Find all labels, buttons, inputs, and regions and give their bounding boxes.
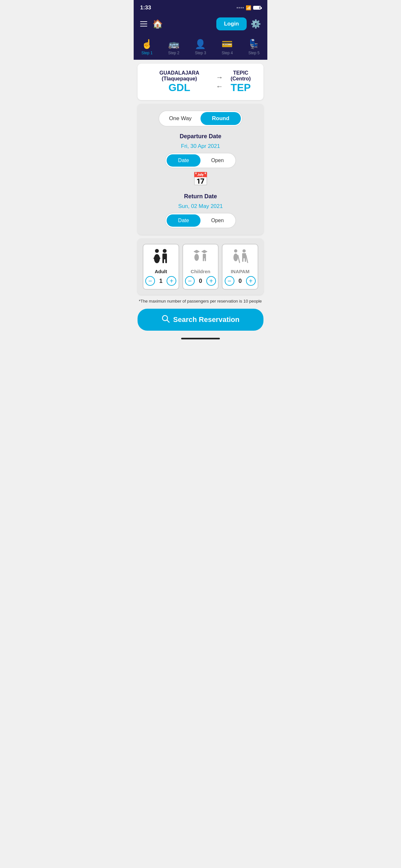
search-reservation-button[interactable]: Search Reservation [137,309,264,331]
signal-icon [237,7,244,8]
arrow-left-icon: ← [216,82,223,91]
main-content: GUADALAJARA (Tlaquepaque) GDL → ← TEPIC … [134,60,267,335]
dest-city-name: TEPIC (Centro) [223,70,258,82]
svg-rect-21 [242,258,243,262]
inapam-count: 0 [238,278,243,284]
svg-line-18 [238,255,240,262]
passenger-limit-note: *The maximun number of passengers per re… [137,299,264,304]
step-3-icon: 👤 [195,39,206,50]
departure-label: Departure Date [180,133,221,140]
svg-point-12 [202,251,207,252]
step-1-item[interactable]: ☝️ Step 1 [142,39,153,55]
children-passenger-section: Children − 0 + [182,244,219,290]
search-icon [161,314,170,325]
inapam-counter: − 0 + [225,276,256,286]
step-3-item[interactable]: 👤 Step 3 [195,39,206,55]
svg-rect-13 [203,254,206,258]
children-icon [191,248,210,267]
origin-city-name: GUADALAJARA (Tlaquepaque) [143,70,216,82]
adult-label: Adult [155,269,167,274]
svg-line-23 [246,255,248,262]
header-left: 🏠 [140,19,163,29]
home-indicator [134,335,267,341]
step-4-icon: 💳 [221,39,233,50]
step-5-icon: 💺 [248,39,259,50]
wifi-icon: 📶 [246,5,251,10]
children-label: Children [191,269,211,274]
inapam-decrement-button[interactable]: − [225,276,235,286]
return-value: Sun, 02 May 2021 [178,203,223,210]
status-icons: 📶 [237,5,261,10]
status-time: 1:33 [140,4,151,11]
arrow-right-icon: → [216,73,223,82]
inapam-passenger-section: INAPAM − 0 + [222,244,258,290]
step-1-icon: ☝️ [142,39,153,50]
search-reservation-label: Search Reservation [173,315,239,324]
return-date-option[interactable]: Date [166,214,201,227]
step-4-item[interactable]: 💳 Step 4 [221,39,233,55]
inapam-increment-button[interactable]: + [246,276,256,286]
svg-point-16 [234,249,237,252]
battery-icon [253,6,261,10]
adult-counter: − 1 + [145,276,176,286]
svg-point-0 [155,249,159,253]
round-option[interactable]: Round [201,112,241,125]
hamburger-menu-button[interactable] [140,21,147,27]
adult-count: 1 [158,278,163,284]
step-2-label: Step 2 [168,51,180,55]
svg-point-9 [194,251,199,252]
route-swap-button[interactable]: → ← [216,73,223,91]
children-counter: − 0 + [185,276,216,286]
svg-rect-20 [242,253,246,258]
return-label: Return Date [184,193,217,200]
route-card: GUADALAJARA (Tlaquepaque) GDL → ← TEPIC … [137,64,264,100]
adult-decrement-button[interactable]: − [145,276,155,286]
inapam-label: INAPAM [231,269,250,274]
svg-rect-14 [203,258,204,261]
svg-point-17 [234,253,238,261]
svg-rect-15 [205,258,206,261]
svg-rect-5 [162,253,167,259]
children-decrement-button[interactable]: − [185,276,195,286]
adult-increment-button[interactable]: + [166,276,176,286]
calendar-icon[interactable]: 📅 [192,172,209,187]
svg-point-19 [243,249,246,252]
svg-rect-22 [245,258,246,262]
login-button[interactable]: Login [216,18,247,30]
header: 🏠 Login ⚙️ [134,14,267,35]
return-open-option[interactable]: Open [201,214,235,227]
origin-section: GUADALAJARA (Tlaquepaque) GDL [143,70,216,94]
home-indicator-bar [181,338,220,339]
one-way-option[interactable]: One Way [160,112,201,125]
step-2-item[interactable]: 🚌 Step 2 [168,39,180,55]
departure-section: Departure Date Fri, 30 Apr 2021 Date Ope… [143,133,258,187]
destination-section: TEPIC (Centro) TEP [223,70,258,94]
svg-line-25 [167,320,169,322]
header-right: Login ⚙️ [216,18,261,30]
step-4-label: Step 4 [221,51,233,55]
step-5-label: Step 5 [248,51,259,55]
settings-button[interactable]: ⚙️ [251,19,261,29]
steps-bar: ☝️ Step 1 🚌 Step 2 👤 Step 3 💳 Step 4 💺 S… [134,35,267,60]
children-increment-button[interactable]: + [206,276,216,286]
departure-date-option[interactable]: Date [166,154,201,166]
return-date-toggle[interactable]: Date Open [165,213,236,228]
adult-passenger-section: Adult − 1 + [143,244,179,290]
step-3-label: Step 3 [195,51,206,55]
step-5-item[interactable]: 💺 Step 5 [248,39,259,55]
status-bar: 1:33 📶 [134,0,267,14]
svg-point-10 [194,254,199,261]
svg-rect-7 [165,259,167,263]
trip-dates-card: One Way Round Departure Date Fri, 30 Apr… [137,104,264,235]
home-button[interactable]: 🏠 [152,19,163,29]
svg-rect-6 [162,259,164,263]
trip-type-toggle[interactable]: One Way Round [158,111,243,127]
adult-icon [152,248,170,267]
svg-point-4 [163,249,166,253]
inapam-icon [231,248,249,267]
departure-open-option[interactable]: Open [201,154,235,166]
step-2-icon: 🚌 [168,39,180,50]
origin-code: GDL [168,82,190,94]
departure-date-toggle[interactable]: Date Open [165,153,236,168]
passengers-card: Adult − 1 + [137,239,264,295]
